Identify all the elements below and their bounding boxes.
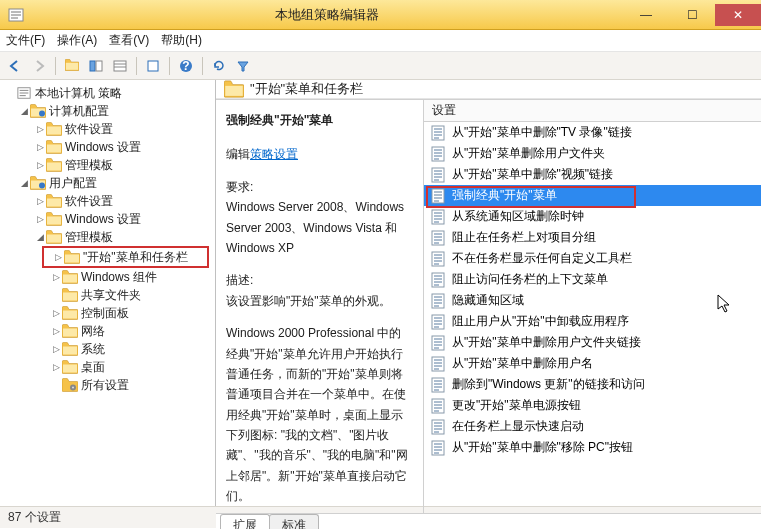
tree-label: 用户配置 <box>49 175 97 192</box>
tree-software-settings[interactable]: ▷ 软件设置 <box>0 120 215 138</box>
export-button[interactable] <box>142 55 164 77</box>
list-row[interactable]: 从"开始"菜单中删除"TV 录像"链接 <box>424 122 761 143</box>
help-button[interactable]: ? <box>175 55 197 77</box>
status-text: 87 个设置 <box>8 509 61 526</box>
tree-all-settings[interactable]: 所有设置 <box>0 376 215 394</box>
tree-admin-templates[interactable]: ▷ 管理模板 <box>0 156 215 174</box>
list-row[interactable]: 从"开始"菜单中删除"视频"链接 <box>424 164 761 185</box>
tree-user-config[interactable]: ◢ 用户配置 <box>0 174 215 192</box>
tree-start-taskbar[interactable]: ▷ "开始"菜单和任务栏 <box>44 248 207 266</box>
svg-rect-5 <box>90 61 95 71</box>
list-row[interactable]: 从"开始"菜单中删除"移除 PC"按钮 <box>424 437 761 458</box>
list-column-header[interactable]: 设置 <box>424 100 761 122</box>
tree-label: 所有设置 <box>81 377 129 394</box>
detail-pane: 强制经典"开始"菜单 编辑策略设置 要求: Windows Server 200… <box>216 100 424 513</box>
list-item-label: 从"开始"菜单中删除"移除 PC"按钮 <box>452 439 633 456</box>
list-item-label: 强制经典"开始"菜单 <box>452 187 557 204</box>
svg-rect-8 <box>148 61 158 71</box>
show-hide-tree-button[interactable] <box>85 55 107 77</box>
list-row[interactable]: 从系统通知区域删除时钟 <box>424 206 761 227</box>
policy-icon <box>430 398 446 414</box>
list-item-label: 从"开始"菜单删除用户文件夹 <box>452 145 605 162</box>
content-title: "开始"菜单和任务栏 <box>250 80 363 98</box>
policy-icon <box>430 356 446 372</box>
list-row[interactable]: 强制经典"开始"菜单 <box>424 185 761 206</box>
refresh-button[interactable] <box>208 55 230 77</box>
list-item-label: 从"开始"菜单中删除"TV 录像"链接 <box>452 124 632 141</box>
tree-network[interactable]: ▷ 网络 <box>0 322 215 340</box>
list-row[interactable]: 从"开始"菜单中删除用户名 <box>424 353 761 374</box>
highlight-annotation: ▷ "开始"菜单和任务栏 <box>42 246 209 268</box>
maximize-button[interactable]: ☐ <box>669 4 715 26</box>
edit-policy-link[interactable]: 策略设置 <box>250 147 298 161</box>
tree-system[interactable]: ▷ 系统 <box>0 340 215 358</box>
filter-button[interactable] <box>232 55 254 77</box>
list-view-button[interactable] <box>109 55 131 77</box>
minimize-button[interactable]: — <box>623 4 669 26</box>
tree-label: Windows 设置 <box>65 211 141 228</box>
list-item-label: 从"开始"菜单中删除用户文件夹链接 <box>452 334 641 351</box>
list-row[interactable]: 阻止在任务栏上对项目分组 <box>424 227 761 248</box>
tree-pane[interactable]: 本地计算机 策略 ◢ 计算机配置 ▷ 软件设置 ▷ Windows 设置 ▷ 管… <box>0 80 216 506</box>
list-row[interactable]: 从"开始"菜单中删除用户文件夹链接 <box>424 332 761 353</box>
list-row[interactable]: 在任务栏上显示快速启动 <box>424 416 761 437</box>
svg-text:?: ? <box>182 59 189 73</box>
tree-label: 计算机配置 <box>49 103 109 120</box>
tree-label: 管理模板 <box>65 229 113 246</box>
tab-extended[interactable]: 扩展 <box>220 514 270 529</box>
policy-icon <box>430 167 446 183</box>
app-icon <box>8 7 24 23</box>
tree-shared-folders[interactable]: 共享文件夹 <box>0 286 215 304</box>
close-button[interactable]: ✕ <box>715 4 761 26</box>
menu-file[interactable]: 文件(F) <box>6 32 45 49</box>
tree-windows-settings[interactable]: ▷ Windows 设置 <box>0 138 215 156</box>
list-item-label: 隐藏通知区域 <box>452 292 524 309</box>
list-pane: 设置 从"开始"菜单中删除"TV 录像"链接从"开始"菜单删除用户文件夹从"开始… <box>424 100 761 513</box>
menu-help[interactable]: 帮助(H) <box>161 32 202 49</box>
tree-label: Windows 设置 <box>65 139 141 156</box>
list-row[interactable]: 更改"开始"菜单电源按钮 <box>424 395 761 416</box>
titlebar: 本地组策略编辑器 — ☐ ✕ <box>0 0 761 30</box>
tree-windows-components[interactable]: ▷ Windows 组件 <box>0 268 215 286</box>
list-item-label: 从"开始"菜单中删除用户名 <box>452 355 593 372</box>
edit-prefix: 编辑 <box>226 147 250 161</box>
policy-icon <box>430 335 446 351</box>
list-row[interactable]: 不在任务栏显示任何自定义工具栏 <box>424 248 761 269</box>
policy-icon <box>430 377 446 393</box>
requirements-label: 要求: <box>226 177 413 197</box>
tree-root[interactable]: 本地计算机 策略 <box>0 84 215 102</box>
list-body[interactable]: 从"开始"菜单中删除"TV 录像"链接从"开始"菜单删除用户文件夹从"开始"菜单… <box>424 122 761 513</box>
back-button[interactable] <box>4 55 26 77</box>
forward-button[interactable] <box>28 55 50 77</box>
policy-icon <box>430 125 446 141</box>
list-item-label: 在任务栏上显示快速启动 <box>452 418 584 435</box>
policy-icon <box>430 146 446 162</box>
description-label: 描述: <box>226 270 413 290</box>
tree-label: 本地计算机 策略 <box>35 85 122 102</box>
policy-icon <box>430 188 446 204</box>
tab-standard[interactable]: 标准 <box>269 514 319 529</box>
description-text: 该设置影响"开始"菜单的外观。 <box>226 291 413 311</box>
policy-icon <box>430 251 446 267</box>
menu-view[interactable]: 查看(V) <box>109 32 149 49</box>
list-item-label: 更改"开始"菜单电源按钮 <box>452 397 581 414</box>
list-row[interactable]: 删除到"Windows 更新"的链接和访问 <box>424 374 761 395</box>
list-item-label: 从"开始"菜单中删除"视频"链接 <box>452 166 613 183</box>
tree-label: 系统 <box>81 341 105 358</box>
tree-control-panel[interactable]: ▷ 控制面板 <box>0 304 215 322</box>
list-row[interactable]: 从"开始"菜单删除用户文件夹 <box>424 143 761 164</box>
list-row[interactable]: 阻止用户从"开始"中卸载应用程序 <box>424 311 761 332</box>
tree-label: 管理模板 <box>65 157 113 174</box>
list-row[interactable]: 阻止访问任务栏的上下文菜单 <box>424 269 761 290</box>
up-button[interactable] <box>61 55 83 77</box>
tree-label: 软件设置 <box>65 121 113 138</box>
tree-user-software-settings[interactable]: ▷ 软件设置 <box>0 192 215 210</box>
tree-desktop[interactable]: ▷ 桌面 <box>0 358 215 376</box>
list-row[interactable]: 隐藏通知区域 <box>424 290 761 311</box>
tree-user-admin-templates[interactable]: ◢ 管理模板 <box>0 228 215 246</box>
tree-user-windows-settings[interactable]: ▷ Windows 设置 <box>0 210 215 228</box>
policy-icon <box>430 293 446 309</box>
tree-computer-config[interactable]: ◢ 计算机配置 <box>0 102 215 120</box>
policy-icon <box>430 209 446 225</box>
menu-action[interactable]: 操作(A) <box>57 32 97 49</box>
